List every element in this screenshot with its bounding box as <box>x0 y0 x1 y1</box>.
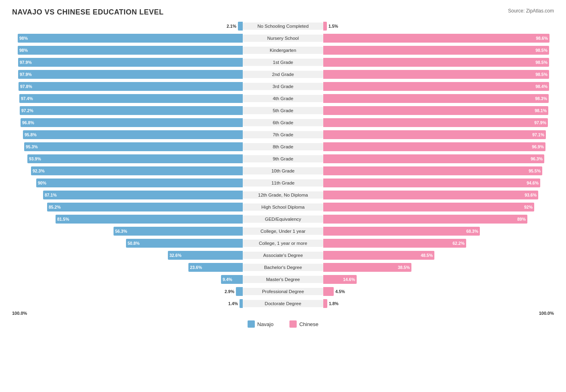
left-section: 9.4% <box>12 274 243 285</box>
bottom-right-label: 100.0% <box>539 311 554 316</box>
category-label: 1st Grade <box>243 59 323 66</box>
chinese-value-label: 98.3% <box>535 96 547 101</box>
chinese-legend-box <box>289 320 297 328</box>
chinese-bar: 97.9% <box>323 118 548 127</box>
bar-row: 92.3% 10th Grade 95.5% <box>12 165 554 177</box>
navajo-value-label: 32.6% <box>169 253 182 258</box>
bar-row: 2.1% No Schooling Completed 1.5% <box>12 21 554 32</box>
category-label: College, Under 1 year <box>243 228 323 235</box>
chinese-value-label: 62.2% <box>452 241 465 246</box>
chinese-bar <box>323 22 327 31</box>
chinese-value-label: 96.3% <box>531 156 543 161</box>
right-section: 14.6% <box>323 274 554 285</box>
chinese-value-label: 92% <box>524 205 533 209</box>
chinese-value-label: 93.6% <box>525 193 537 197</box>
chinese-value-label: 95.5% <box>529 168 541 173</box>
chinese-bar: 96.3% <box>323 154 544 163</box>
bar-row-inner: 32.6% Associate's Degree 48.5% <box>12 250 554 261</box>
category-label: 8th Grade <box>243 143 323 150</box>
navajo-bar: 97.2% <box>20 106 243 115</box>
chinese-value-label: 1.8% <box>329 301 339 306</box>
category-label: College, 1 year or more <box>243 240 323 247</box>
navajo-bar: 95.3% <box>24 142 243 151</box>
navajo-legend-label: Navajo <box>257 321 273 327</box>
bar-row: 97.8% 3rd Grade 98.4% <box>12 81 554 92</box>
bar-row: 9.4% Master's Degree 14.6% <box>12 274 554 285</box>
bar-row: 95.8% 7th Grade 97.1% <box>12 129 554 140</box>
chinese-value-label: 38.5% <box>398 265 410 270</box>
right-section: 62.2% <box>323 238 554 248</box>
bar-row-inner: 23.6% Bachelor's Degree 38.5% <box>12 262 554 273</box>
bar-row-inner: 87.1% 12th Grade, No Diploma 93.6% <box>12 190 554 200</box>
bar-row-inner: 95.3% 8th Grade 96.9% <box>12 142 554 152</box>
left-section: 2.1% <box>12 21 243 31</box>
category-label: Professional Degree <box>243 288 323 295</box>
right-section: 94.6% <box>323 178 554 188</box>
bar-row: 85.2% High School Diploma 92% <box>12 201 554 213</box>
chinese-bar: 89% <box>323 215 527 224</box>
category-label: 5th Grade <box>243 107 323 114</box>
bar-row-inner: 81.5% GED/Equivalency 89% <box>12 214 554 224</box>
navajo-bar: 56.3% <box>114 227 243 236</box>
navajo-bar: 85.2% <box>47 203 243 211</box>
navajo-bar: 98% <box>18 46 243 55</box>
bar-row: 97.9% 1st Grade 98.5% <box>12 57 554 68</box>
bar-row-inner: 97.8% 3rd Grade 98.4% <box>12 81 554 92</box>
category-label: Master's Degree <box>243 276 323 283</box>
category-label: GED/Equivalency <box>243 215 323 223</box>
right-section: 93.6% <box>323 190 554 200</box>
chinese-value-label: 98.1% <box>535 108 547 113</box>
navajo-bar: 98% <box>18 34 243 43</box>
right-section: 98.5% <box>323 69 554 80</box>
bar-row: 97.2% 5th Grade 98.1% <box>12 105 554 116</box>
navajo-value-label: 85.2% <box>49 205 61 209</box>
navajo-value-label: 97.8% <box>20 84 32 89</box>
left-section: 95.3% <box>12 142 243 152</box>
chinese-value-label: 14.6% <box>343 277 355 282</box>
left-section: 32.6% <box>12 250 243 261</box>
chinese-bar <box>323 287 334 296</box>
chinese-value-label: 98.5% <box>535 48 547 53</box>
navajo-value-label: 97.9% <box>20 60 32 65</box>
bar-row: 96.8% 6th Grade 97.9% <box>12 117 554 128</box>
category-label: 10th Grade <box>243 167 323 174</box>
navajo-value-label: 98% <box>19 36 28 41</box>
chinese-bar: 98.5% <box>323 70 549 79</box>
bottom-labels: 100.0% 100.0% <box>12 311 554 316</box>
category-label: 11th Grade <box>243 179 323 187</box>
navajo-value-label: 50.8% <box>128 241 140 246</box>
left-section: 90% <box>12 178 243 188</box>
chart-title: NAVAJO VS CHINESE EDUCATION LEVEL <box>12 8 554 16</box>
navajo-bar: 32.6% <box>168 251 243 260</box>
category-label: 12th Grade, No Diploma <box>243 191 323 199</box>
left-section: 97.9% <box>12 69 243 80</box>
chinese-value-label: 89% <box>517 217 526 222</box>
navajo-bar: 92.3% <box>31 166 243 175</box>
navajo-bar <box>236 287 243 296</box>
right-section: 97.9% <box>323 117 554 128</box>
navajo-bar: 87.1% <box>43 191 243 199</box>
left-section: 98% <box>12 45 243 55</box>
chinese-bar: 92% <box>323 203 534 211</box>
chinese-bar: 48.5% <box>323 251 434 260</box>
chinese-bar: 98.3% <box>323 94 549 103</box>
navajo-value-label: 96.8% <box>22 120 34 125</box>
bar-row-inner: 97.4% 4th Grade 98.3% <box>12 93 554 104</box>
bar-row-inner: 85.2% High School Diploma 92% <box>12 202 554 212</box>
navajo-bar <box>240 299 243 308</box>
navajo-bar: 97.9% <box>18 70 243 79</box>
left-section: 95.8% <box>12 129 243 140</box>
navajo-value-label: 95.8% <box>25 132 37 137</box>
right-section: 98.4% <box>323 81 554 92</box>
legend-chinese: Chinese <box>289 320 318 328</box>
category-label: Kindergarten <box>243 47 323 54</box>
chinese-bar: 98.6% <box>323 34 549 43</box>
bar-row: 50.8% College, 1 year or more 62.2% <box>12 238 554 249</box>
chinese-value-label: 96.9% <box>532 144 544 149</box>
category-label: Associate's Degree <box>243 252 323 259</box>
category-label: Nursery School <box>243 35 323 42</box>
left-section: 92.3% <box>12 166 243 176</box>
bar-row-inner: 90% 11th Grade 94.6% <box>12 178 554 188</box>
navajo-value-label: 98% <box>19 48 28 53</box>
chinese-value-label: 48.5% <box>421 253 433 258</box>
